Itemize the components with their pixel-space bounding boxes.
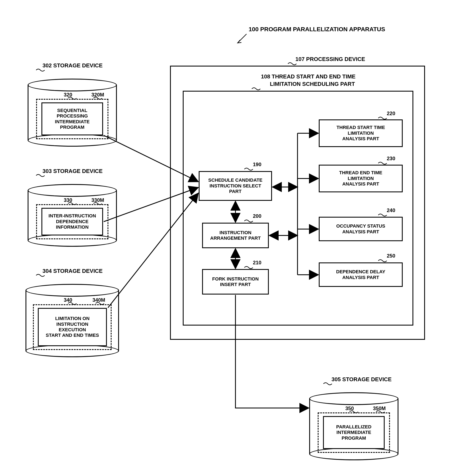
ref-320: 320 bbox=[64, 92, 72, 98]
box-340: LIMITATION ON INSTRUCTION EXECUTION STAR… bbox=[38, 308, 107, 346]
label-305: 305 STORAGE DEVICE bbox=[332, 376, 392, 383]
box-210-text: FORK INSTRUCTION INSERT PART bbox=[212, 276, 259, 288]
label-303: 303 STORAGE DEVICE bbox=[42, 168, 103, 174]
box-220-text: THREAD START TIME LIMITATION ANALYSIS PA… bbox=[336, 125, 385, 142]
label-107: 107 PROCESSING DEVICE bbox=[295, 56, 365, 62]
box-190-text: SCHEDULE CANDIDATE INSTRUCTION SELECT PA… bbox=[208, 178, 262, 194]
ref-190: 190 bbox=[253, 161, 261, 167]
box-350: PARALLELIZED INTERMEDIATE PROGRAM bbox=[323, 416, 385, 449]
box-240-text: OCCUPANCY STATUS ANALYSIS PART bbox=[336, 223, 385, 235]
box-330-text: INTER-INSTRUCTION DEPENDENCE INFORMATION bbox=[48, 213, 96, 230]
ref-240: 240 bbox=[387, 207, 395, 213]
box-330: INTER-INSTRUCTION DEPENDENCE INFORMATION bbox=[41, 208, 103, 235]
box-230-text: THREAD END TIME LIMITATION ANALYSIS PART bbox=[339, 170, 382, 187]
storage-303: INTER-INSTRUCTION DEPENDENCE INFORMATION… bbox=[28, 184, 117, 247]
box-220: THREAD START TIME LIMITATION ANALYSIS PA… bbox=[319, 119, 403, 147]
ref-330: 330 bbox=[64, 197, 72, 203]
box-230: THREAD END TIME LIMITATION ANALYSIS PART bbox=[319, 165, 403, 192]
ref-230: 230 bbox=[387, 156, 395, 161]
box-350-text: PARALLELIZED INTERMEDIATE PROGRAM bbox=[336, 424, 372, 441]
storage-304: LIMITATION ON INSTRUCTION EXECUTION STAR… bbox=[26, 284, 119, 357]
ref-220: 220 bbox=[387, 111, 395, 116]
ref-330M: 330M bbox=[91, 197, 104, 203]
ref-320M: 320M bbox=[91, 92, 104, 98]
label-304: 304 STORAGE DEVICE bbox=[42, 268, 103, 274]
ref-340M: 340M bbox=[93, 297, 105, 303]
box-200-text: INSTRUCTION ARRANGEMENT PART bbox=[210, 230, 261, 241]
box-250: DEPENDENCE DELAY ANALYSIS PART bbox=[319, 262, 403, 287]
box-210: FORK INSTRUCTION INSERT PART bbox=[202, 269, 269, 295]
box-250-text: DEPENDENCE DELAY ANALYSIS PART bbox=[336, 269, 385, 280]
box-320: SEQUENTIAL PROCESSING INTERMEDIATE PROGR… bbox=[41, 102, 103, 135]
storage-302: SEQUENTIAL PROCESSING INTERMEDIATE PROGR… bbox=[28, 79, 117, 147]
label-302: 302 STORAGE DEVICE bbox=[42, 62, 103, 69]
ref-350: 350 bbox=[345, 405, 354, 411]
storage-305: PARALLELIZED INTERMEDIATE PROGRAM 350 35… bbox=[309, 392, 399, 460]
box-200: INSTRUCTION ARRANGEMENT PART bbox=[202, 223, 269, 248]
box-190: SCHEDULE CANDIDATE INSTRUCTION SELECT PA… bbox=[199, 171, 272, 201]
box-320-text: SEQUENTIAL PROCESSING INTERMEDIATE PROGR… bbox=[55, 108, 89, 130]
ref-350M: 350M bbox=[373, 405, 386, 411]
box-340-text: LIMITATION ON INSTRUCTION EXECUTION STAR… bbox=[46, 316, 99, 338]
diagram-canvas: 100 PROGRAM PARALLELIZATION APPARATUS 10… bbox=[0, 0, 452, 476]
ref-250: 250 bbox=[387, 253, 395, 259]
box-240: OCCUPANCY STATUS ANALYSIS PART bbox=[319, 217, 403, 241]
ref-340: 340 bbox=[64, 297, 72, 303]
ref-200: 200 bbox=[253, 213, 261, 219]
label-100: 100 PROGRAM PARALLELIZATION APPARATUS bbox=[249, 26, 385, 33]
ref-210: 210 bbox=[253, 260, 261, 266]
